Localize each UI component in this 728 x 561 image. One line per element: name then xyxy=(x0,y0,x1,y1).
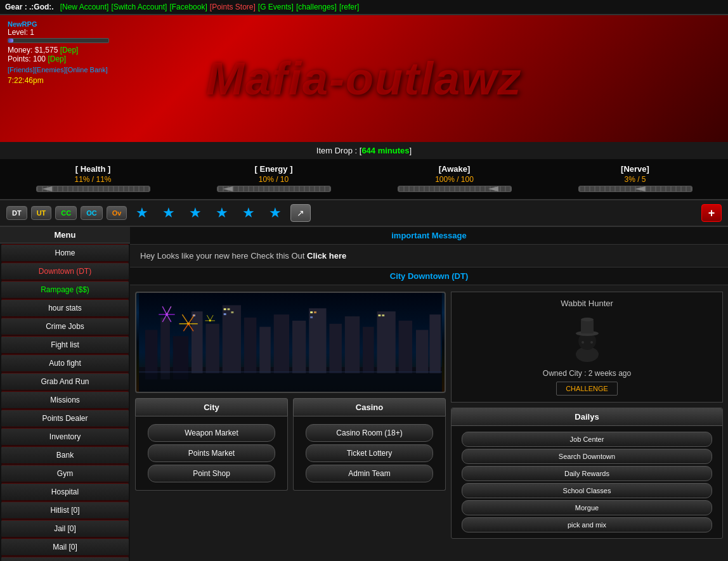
ticket-lottery-btn[interactable]: Ticket Lottery xyxy=(306,444,433,462)
item-drop-value: 644 minutes xyxy=(361,146,409,155)
dailys-section: Dailys Job Center Search Downtown Daily … xyxy=(451,408,723,539)
weapon-market-btn[interactable]: Weapon Market xyxy=(148,424,275,442)
points-store-link[interactable]: [Points Store] xyxy=(210,3,256,11)
svg-rect-4 xyxy=(173,336,188,379)
header-left: NewRPG Level: 1 Money: $1,575 [Dep] Poin… xyxy=(0,15,140,90)
top-bar: Gear : .:God:. [New Account] [Switch Acc… xyxy=(0,0,728,15)
wabbit-avatar xyxy=(562,313,613,364)
g-events-link[interactable]: [G Events] xyxy=(258,3,294,11)
star-3: ★ xyxy=(189,205,202,221)
pick-and-mix-btn[interactable]: pick and mix xyxy=(462,517,712,532)
sidebar-item-auto-fight[interactable]: Auto fight xyxy=(1,354,129,372)
svg-rect-19 xyxy=(429,314,441,373)
city-section-body: Weapon Market Points Market Point Shop xyxy=(135,416,288,491)
sidebar-item-downtown[interactable]: Downtown (DT) xyxy=(1,262,129,280)
sidebar-item-rampage[interactable]: Rampage ($$) xyxy=(1,281,129,299)
dt-button[interactable]: DT xyxy=(6,206,27,220)
sidebar-item-points-dealer[interactable]: Points Dealer xyxy=(1,409,129,427)
top-links: [New Account] [Switch Account] [Facebook… xyxy=(60,3,360,11)
points-dep-link[interactable]: [Dep] xyxy=(48,55,66,63)
sidebar-item-grab-and-run[interactable]: Grab And Run xyxy=(1,373,129,390)
sidebar-item-hitlist[interactable]: Hitlist [0] xyxy=(1,501,129,519)
star-5: ★ xyxy=(242,205,255,221)
oc-button[interactable]: OC xyxy=(81,206,103,220)
sidebar-item-inventory[interactable]: Inventory xyxy=(1,428,129,446)
facebook-link[interactable]: [Facebook] xyxy=(169,3,207,11)
level-text: Level: 1 xyxy=(8,28,132,37)
health-label: [ Health ] xyxy=(23,164,163,174)
school-classes-btn[interactable]: School Classes xyxy=(462,483,712,498)
message-content: Hey Looks like your new here Check this … xyxy=(130,245,728,267)
city-column: City Weapon Market Points Market Point S… xyxy=(135,292,446,539)
challenges-link[interactable]: [challenges] xyxy=(296,3,337,11)
downtown-grid: City Weapon Market Points Market Point S… xyxy=(130,285,728,545)
svg-rect-28 xyxy=(382,314,384,316)
points-market-btn[interactable]: Points Market xyxy=(148,444,275,462)
item-drop-banner: Item Drop : [644 minutes] xyxy=(0,142,728,159)
points-line: Points: 100 [Dep] xyxy=(8,55,132,63)
owned-city-text: Owned City : 2 weeks ago xyxy=(458,369,716,378)
sidebar-item-events[interactable]: Events [0] xyxy=(1,557,129,561)
ut-button[interactable]: UT xyxy=(31,206,52,220)
sidebar-item-fight-list[interactable]: Fight list xyxy=(1,336,129,354)
energy-value: 10% / 10 xyxy=(204,175,344,184)
nerve-label: [Nerve] xyxy=(566,164,705,174)
sidebar-item-gym[interactable]: Gym xyxy=(1,465,129,482)
dep-link[interactable]: [Dep] xyxy=(60,46,79,55)
money-line: Money: $1,575 [Dep] xyxy=(8,46,132,55)
casino-section: Casino Casino Room (18+) Ticket Lottery … xyxy=(293,398,446,491)
city-image xyxy=(135,292,446,393)
sidebar-item-bank[interactable]: Bank xyxy=(1,446,129,464)
sidebar-item-missions[interactable]: Missions xyxy=(1,391,129,409)
point-shop-btn[interactable]: Point Shop xyxy=(148,465,275,482)
sidebar-item-jail[interactable]: Jail [0] xyxy=(1,520,129,538)
daily-rewards-btn[interactable]: Daily Rewards xyxy=(462,466,712,481)
casino-room-btn[interactable]: Casino Room (18+) xyxy=(306,424,433,442)
nerve-value: 3% / 5 xyxy=(566,175,705,184)
new-account-link[interactable]: [New Account] xyxy=(60,3,109,11)
svg-rect-16 xyxy=(377,311,396,373)
svg-rect-54 xyxy=(581,319,594,333)
star-1: ★ xyxy=(136,205,148,221)
svg-rect-22 xyxy=(224,313,226,315)
menu-header: Menu xyxy=(0,227,130,243)
svg-rect-10 xyxy=(274,314,289,373)
admin-team-btn[interactable]: Admin Team xyxy=(306,465,433,482)
wabbit-name: Wabbit Hunter xyxy=(458,299,716,308)
svg-rect-9 xyxy=(259,327,271,373)
cc-button[interactable]: CC xyxy=(55,206,77,220)
sidebar-item-home[interactable]: Home xyxy=(1,244,129,262)
svg-rect-24 xyxy=(310,311,313,313)
time-display: 7:22:46pm xyxy=(8,76,132,85)
svg-rect-11 xyxy=(292,321,306,373)
health-stat: [ Health ] 11% / 11% xyxy=(23,164,163,194)
energy-stat: [ Energy ] 10% / 10 xyxy=(204,164,344,194)
click-here-link[interactable]: Click here xyxy=(307,251,346,261)
city-section-header: City xyxy=(135,398,288,416)
points-text: Points: 100 xyxy=(8,55,46,63)
svg-rect-17 xyxy=(399,321,412,373)
ov-button[interactable]: Ov xyxy=(107,206,127,220)
search-downtown-btn[interactable]: Search Downtown xyxy=(462,449,712,464)
xp-progress-fill xyxy=(8,39,13,42)
switch-account-link[interactable]: [Switch Account] xyxy=(111,3,167,11)
svg-point-57 xyxy=(590,341,593,344)
friends-links[interactable]: [Friends][Enemies][Online Bank] xyxy=(8,66,108,74)
gear-text: Gear : .:God:. xyxy=(5,3,54,11)
challenge-button[interactable]: Challenge xyxy=(556,382,618,396)
svg-rect-20 xyxy=(224,308,226,310)
sidebar: Menu Home Downtown (DT) Rampage ($$) hou… xyxy=(0,227,130,561)
job-center-btn[interactable]: Job Center xyxy=(462,432,712,447)
arrow-button[interactable]: ↗ xyxy=(290,204,311,222)
svg-rect-25 xyxy=(314,311,316,313)
sidebar-item-hospital[interactable]: Hospital xyxy=(1,483,129,501)
morgue-btn[interactable]: Morgue xyxy=(462,500,712,515)
wabbit-section: Wabbit Hunter xyxy=(451,292,723,403)
plus-button[interactable]: + xyxy=(701,204,722,222)
svg-point-56 xyxy=(582,341,584,344)
sidebar-item-hour-stats[interactable]: hour stats xyxy=(1,299,129,317)
sidebar-item-crime-jobs[interactable]: Crime Jobs xyxy=(1,318,129,335)
refer-link[interactable]: [refer] xyxy=(339,3,359,11)
awake-stat: [Awake] 100% / 100 xyxy=(385,164,524,194)
sidebar-item-mail[interactable]: Mail [0] xyxy=(1,538,129,556)
